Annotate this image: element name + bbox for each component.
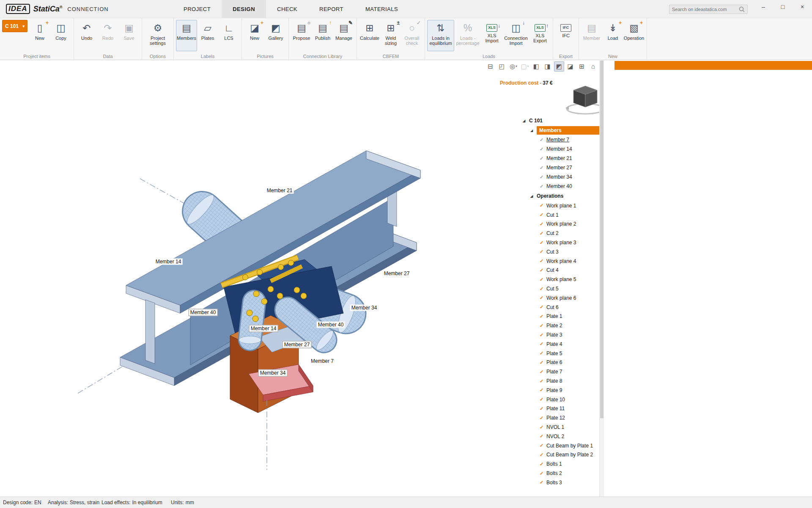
right-panel-header[interactable]	[614, 61, 812, 70]
tree-operation-row[interactable]: ✓ Plate 4	[520, 340, 601, 349]
member-label[interactable]: Member 14	[154, 259, 183, 265]
tree-root-row[interactable]: ◢ C 101	[520, 116, 601, 126]
weld-sizing-button[interactable]: ⊞ ± Weld sizing	[380, 20, 401, 51]
checkbox-checked-icon[interactable]: ✓	[540, 165, 546, 171]
publish-button[interactable]: ▤ ↑ Publish	[312, 20, 333, 51]
tree-member-row[interactable]: ✓ Member 34	[520, 172, 601, 182]
checkbox-checked-icon[interactable]: ✓	[540, 341, 546, 347]
close-button[interactable]: ×	[793, 0, 812, 14]
tree-operation-row[interactable]: ✓ Plate 3	[520, 330, 601, 340]
xls-import-button[interactable]: XLS ↓ XLS Import	[481, 20, 502, 51]
tree-operation-row[interactable]: ✓ Plate 11	[520, 404, 601, 414]
tree-operation-label[interactable]: Cut 4	[546, 267, 559, 273]
overall-check-button[interactable]: ○ ✓ Overall check	[401, 20, 422, 51]
new-picture-button[interactable]: ◪ + New	[244, 20, 265, 51]
tree-operation-row[interactable]: ✓ Plate 10	[520, 395, 601, 404]
tree-operation-row[interactable]: ✓ Cut 6	[520, 303, 601, 312]
tree-operation-row[interactable]: ✓ NVOL 2	[520, 432, 601, 441]
tree-operation-row[interactable]: ✓ Bolts 1	[520, 459, 601, 469]
member-label[interactable]: Member 27	[383, 271, 411, 277]
tree-member-label[interactable]: Member 34	[546, 174, 572, 180]
tree-operation-label[interactable]: Bolts 2	[546, 470, 562, 476]
tree-operation-label[interactable]: Cut 3	[546, 249, 559, 255]
member-label[interactable]: Member 34	[258, 370, 288, 377]
checkbox-checked-icon[interactable]: ✓	[540, 406, 546, 411]
tree-member-label[interactable]: Member 21	[546, 155, 572, 161]
tree-operation-label[interactable]: Cut Beam by Plate 2	[546, 452, 593, 458]
tree-operation-label[interactable]: Plate 2	[546, 323, 562, 329]
tree-operation-label[interactable]: Work plane 5	[546, 276, 576, 282]
tree-operation-label[interactable]: Work plane 2	[546, 221, 576, 227]
tree-operation-row[interactable]: ✓ Cut 4	[520, 266, 601, 275]
chs-member-bottom-small[interactable]	[239, 302, 261, 344]
tree-operation-row[interactable]: ✓ Plate 7	[520, 367, 601, 376]
checkbox-checked-icon[interactable]: ✓	[540, 452, 546, 458]
connection-import-button[interactable]: ◫ ↓ Connection Import	[502, 20, 529, 51]
member-label[interactable]: Member 21	[266, 188, 294, 194]
expander-icon[interactable]: ◢	[530, 194, 535, 198]
view-front-icon[interactable]: ◨	[543, 61, 553, 72]
tree-operation-row[interactable]: ✓ Work plane 5	[520, 275, 601, 284]
checkbox-checked-icon[interactable]: ✓	[540, 184, 546, 189]
new-load-button[interactable]: ↡ + Load	[602, 20, 623, 51]
tree-members-header-row[interactable]: ◢ Members	[520, 126, 601, 135]
member-label[interactable]: Member 34	[350, 305, 379, 311]
3d-viewport[interactable]: ⊟ ◰ ◎▾ ▢▾ ◧ ◨ ◩ ◪ ⊞ ⌂ Production cost-37…	[0, 61, 604, 497]
member-label[interactable]: Member 7	[310, 358, 335, 364]
tree-operation-label[interactable]: Plate 8	[546, 378, 562, 384]
checkbox-checked-icon[interactable]: ✓	[540, 461, 546, 467]
checkbox-checked-icon[interactable]: ✓	[540, 480, 546, 485]
checkbox-checked-icon[interactable]: ✓	[540, 304, 546, 310]
tree-operation-row[interactable]: ✓ Bolts 3	[520, 478, 601, 487]
tree-operation-label[interactable]: Work plane 1	[546, 203, 576, 209]
clipping-box-icon[interactable]: ⊞	[577, 61, 587, 72]
tree-member-label[interactable]: Member 14	[546, 146, 572, 152]
tree-operation-label[interactable]: Cut 1	[546, 212, 559, 218]
tree-operation-label[interactable]: Plate 11	[546, 406, 565, 411]
tree-operation-label[interactable]: Work plane 3	[546, 240, 576, 246]
member-label[interactable]: Member 40	[317, 322, 345, 328]
tree-operation-row[interactable]: ✓ Plate 12	[520, 413, 601, 422]
tree-operation-label[interactable]: Plate 6	[546, 359, 562, 365]
tree-scrollbar[interactable]	[599, 61, 604, 497]
view-top-icon[interactable]: ◩	[554, 61, 564, 72]
search-box[interactable]	[669, 5, 748, 14]
checkbox-checked-icon[interactable]: ✓	[540, 369, 546, 375]
tree-operation-row[interactable]: ✓ Plate 2	[520, 321, 601, 330]
checkbox-checked-icon[interactable]: ✓	[540, 203, 546, 208]
tree-operation-row[interactable]: ✓ Work plane 4	[520, 257, 601, 266]
units-scale-icon[interactable]: ⊟	[486, 61, 496, 72]
tree-operation-label[interactable]: Work plane 6	[546, 295, 576, 301]
view-side-icon[interactable]: ◪	[565, 61, 576, 72]
tree-operation-row[interactable]: ✓ Work plane 2	[520, 220, 601, 229]
checkbox-checked-icon[interactable]: ✓	[540, 332, 546, 338]
checkbox-checked-icon[interactable]: ✓	[540, 351, 546, 356]
save-button[interactable]: ▣ Save	[118, 20, 140, 51]
tree-operation-label[interactable]: Cut 2	[546, 230, 559, 236]
zoom-fit-icon[interactable]: ◰	[497, 61, 507, 72]
tree-member-row[interactable]: ✓ Member 7	[520, 135, 601, 144]
tree-operation-label[interactable]: Plate 10	[546, 397, 565, 403]
loads-percentage-button[interactable]: % Loads - percentage	[454, 20, 481, 51]
tree-operation-label[interactable]: NVOL 2	[546, 433, 564, 439]
tree-member-row[interactable]: ✓ Member 14	[520, 144, 601, 154]
redo-button[interactable]: ↷ Redo	[97, 20, 118, 51]
tree-operation-row[interactable]: ✓ Cut 3	[520, 247, 601, 257]
tree-operation-label[interactable]: Cut Beam by Plate 1	[546, 443, 593, 449]
copy-project-item-button[interactable]: ◫ Copy	[50, 20, 71, 51]
checkbox-checked-icon[interactable]: ✓	[540, 360, 546, 365]
checkbox-checked-icon[interactable]: ✓	[540, 295, 546, 301]
scrollbar-thumb[interactable]	[600, 61, 604, 418]
checkbox-checked-icon[interactable]: ✓	[540, 277, 546, 282]
checkbox-checked-icon[interactable]: ✓	[540, 415, 546, 421]
expander-icon[interactable]: ◢	[530, 129, 535, 133]
tree-member-label[interactable]: Member 40	[546, 183, 572, 189]
tree-operation-row[interactable]: ✓ Plate 9	[520, 386, 601, 395]
tree-operation-row[interactable]: ✓ Plate 1	[520, 312, 601, 321]
checkbox-checked-icon[interactable]: ✓	[540, 174, 546, 180]
menu-tab[interactable]: PROJECT	[173, 0, 222, 18]
tree-operation-label[interactable]: Plate 12	[546, 415, 565, 421]
checkbox-checked-icon[interactable]: ✓	[540, 258, 546, 264]
tree-member-label[interactable]: Member 7	[546, 137, 569, 143]
checkbox-checked-icon[interactable]: ✓	[540, 443, 546, 448]
